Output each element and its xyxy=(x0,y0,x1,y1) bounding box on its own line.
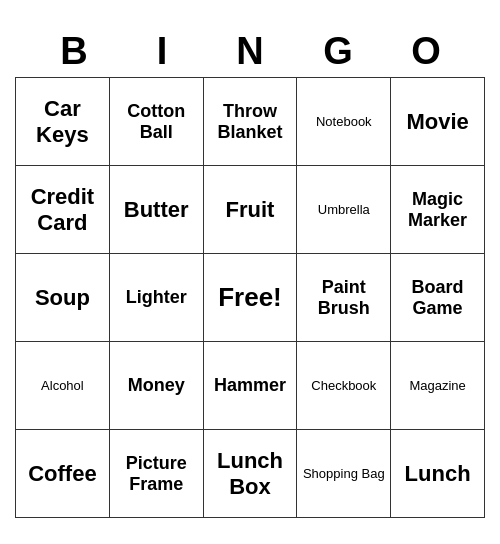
bingo-header: B I N G O xyxy=(30,26,470,77)
table-cell: Free! xyxy=(203,254,297,342)
table-cell: Car Keys xyxy=(16,78,110,166)
table-cell: Shopping Bag xyxy=(297,430,391,518)
header-G: G xyxy=(294,30,382,73)
table-cell: Board Game xyxy=(391,254,485,342)
table-cell: Lighter xyxy=(109,254,203,342)
table-cell: Money xyxy=(109,342,203,430)
table-cell: Butter xyxy=(109,166,203,254)
table-cell: Hammer xyxy=(203,342,297,430)
table-cell: Alcohol xyxy=(16,342,110,430)
table-cell: Movie xyxy=(391,78,485,166)
table-cell: Cotton Ball xyxy=(109,78,203,166)
header-N: N xyxy=(206,30,294,73)
bingo-table: Car KeysCotton BallThrow BlanketNotebook… xyxy=(15,77,485,518)
table-cell: Checkbook xyxy=(297,342,391,430)
header-O: O xyxy=(382,30,470,73)
table-cell: Magic Marker xyxy=(391,166,485,254)
header-I: I xyxy=(118,30,206,73)
table-cell: Notebook xyxy=(297,78,391,166)
table-cell: Soup xyxy=(16,254,110,342)
table-cell: Lunch xyxy=(391,430,485,518)
table-cell: Coffee xyxy=(16,430,110,518)
table-cell: Lunch Box xyxy=(203,430,297,518)
table-cell: Paint Brush xyxy=(297,254,391,342)
header-B: B xyxy=(30,30,118,73)
table-row: Car KeysCotton BallThrow BlanketNotebook… xyxy=(16,78,485,166)
table-cell: Magazine xyxy=(391,342,485,430)
table-cell: Credit Card xyxy=(16,166,110,254)
table-row: Credit CardButterFruitUmbrellaMagic Mark… xyxy=(16,166,485,254)
table-row: SoupLighterFree!Paint BrushBoard Game xyxy=(16,254,485,342)
table-cell: Umbrella xyxy=(297,166,391,254)
table-row: CoffeePicture FrameLunch BoxShopping Bag… xyxy=(16,430,485,518)
table-cell: Throw Blanket xyxy=(203,78,297,166)
table-cell: Fruit xyxy=(203,166,297,254)
table-row: AlcoholMoneyHammerCheckbookMagazine xyxy=(16,342,485,430)
table-cell: Picture Frame xyxy=(109,430,203,518)
